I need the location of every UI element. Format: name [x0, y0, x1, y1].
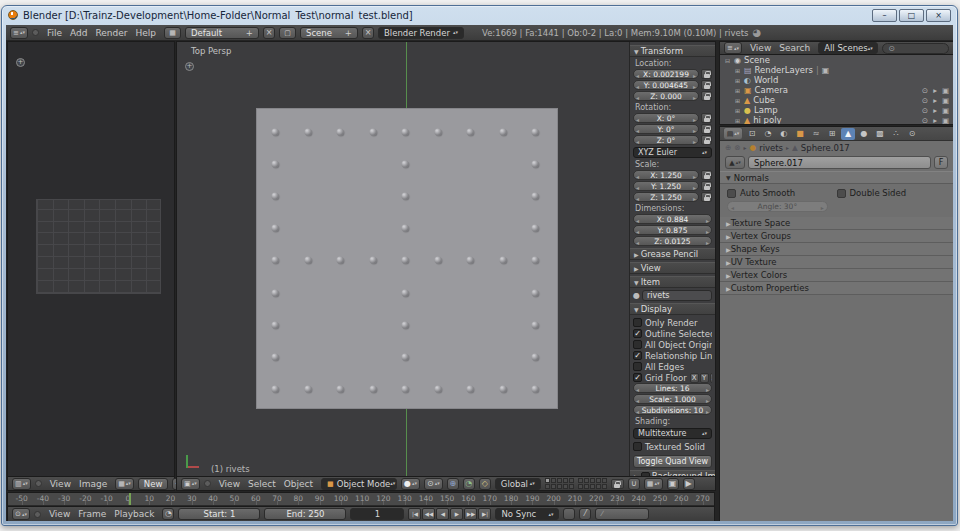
- lock-to-scene-icon[interactable]: [611, 479, 624, 489]
- layer-cell[interactable]: [578, 484, 583, 489]
- relationship-lines-checkbox[interactable]: ✓: [633, 351, 642, 360]
- view3d-menu-view[interactable]: View: [215, 479, 244, 489]
- layer-cell[interactable]: [569, 484, 574, 489]
- region-plus-icon[interactable]: +: [185, 62, 194, 71]
- timeline-menu-playback[interactable]: Playback: [110, 509, 158, 519]
- panel-header-uv-texture[interactable]: UV Texture: [720, 256, 953, 269]
- expander-icon[interactable]: ⊞: [734, 77, 741, 84]
- outliner-search-field[interactable]: ⊙: [882, 43, 949, 54]
- layer-cell[interactable]: [569, 478, 574, 483]
- header-collapse-icon[interactable]: [32, 29, 39, 36]
- mesh-data-icon[interactable]: ▲▴▾: [725, 156, 745, 169]
- outliner-item-scene[interactable]: ⊟◉Scene: [720, 55, 953, 65]
- outliner-item-camera[interactable]: ⊞▣Camera⊙▸▣: [720, 85, 953, 95]
- location-slider-1[interactable]: ◂Y: 0.004645▸: [633, 80, 699, 90]
- rotation-slider-0[interactable]: ◂X: 0°▸: [633, 113, 699, 123]
- header-collapse-icon[interactable]: [34, 511, 41, 518]
- tab-physics-icon[interactable]: ⊙: [905, 128, 919, 140]
- new-image-button[interactable]: New: [138, 478, 169, 490]
- layer-cell[interactable]: [590, 484, 595, 489]
- only-render-checkbox[interactable]: [633, 318, 642, 327]
- layer-buttons[interactable]: [545, 478, 607, 489]
- expander-icon[interactable]: ⊟: [724, 57, 731, 64]
- image-browse-icon[interactable]: ▦▴▾: [115, 478, 134, 490]
- grid-axis-x-button[interactable]: X: [690, 373, 699, 383]
- expander-icon[interactable]: ⊞: [734, 107, 741, 114]
- record-button[interactable]: [563, 508, 575, 520]
- all-edges-checkbox[interactable]: [633, 362, 642, 371]
- rivet-plane-mesh[interactable]: [256, 108, 558, 409]
- expander-icon[interactable]: ⊞: [734, 87, 741, 94]
- manipulator-translate-icon[interactable]: ⊕: [447, 478, 459, 490]
- snap-magnet-icon[interactable]: ∪: [628, 478, 640, 490]
- scale-slider-2[interactable]: ◂Z: 1.250▸: [633, 192, 699, 202]
- expander-icon[interactable]: ⊞: [734, 117, 741, 124]
- manipulator-rotate-icon[interactable]: ◔: [463, 478, 475, 490]
- properties-editor-type-icon[interactable]: ▤▴▾: [723, 127, 743, 140]
- dimension-slider-2[interactable]: ◂Z: 0.0125▸: [633, 236, 712, 246]
- selectability-icon[interactable]: ▸: [933, 106, 937, 115]
- outliner-menu-search[interactable]: Search: [775, 43, 814, 53]
- header-collapse-icon[interactable]: [204, 480, 211, 487]
- play-reverse-button[interactable]: ◀: [436, 508, 449, 520]
- tab-object-data-icon[interactable]: ▲: [841, 128, 855, 140]
- timeline-ruler[interactable]: -50-40-30-20-100102030405060708090100110…: [8, 493, 714, 506]
- render-opengl-anim-icon[interactable]: ▶: [683, 478, 695, 490]
- layer-cell[interactable]: [578, 478, 583, 483]
- tab-world-icon[interactable]: ◐: [777, 128, 791, 140]
- render-opengl-icon[interactable]: ▣: [667, 478, 679, 490]
- layer-cell[interactable]: [596, 478, 601, 483]
- selectability-icon[interactable]: ▸: [933, 116, 937, 125]
- viewport-shading-dropdown[interactable]: ●▴▾: [401, 478, 420, 490]
- layer-cell[interactable]: [602, 478, 607, 483]
- rotation-lock-icon-2[interactable]: [701, 135, 712, 145]
- panel-header-texture-space[interactable]: Texture Space: [720, 217, 953, 230]
- expander-icon[interactable]: ⊞: [734, 97, 741, 104]
- visibility-icon[interactable]: ⊙: [922, 106, 928, 115]
- scale-lock-icon-0[interactable]: [701, 170, 712, 180]
- editor-type-icon[interactable]: ≡▴▾: [10, 27, 28, 39]
- tab-scene-icon[interactable]: ◔: [761, 128, 775, 140]
- jump-to-end-button[interactable]: ▶|: [478, 508, 491, 520]
- outliner-item-world[interactable]: ⊞◐World: [720, 75, 953, 85]
- current-frame-marker[interactable]: [129, 493, 131, 505]
- double-sided-checkbox[interactable]: [837, 189, 846, 198]
- display-slider-1[interactable]: ◂Scale: 1.000▸: [633, 394, 712, 404]
- layer-cell[interactable]: [584, 484, 589, 489]
- renderability-icon[interactable]: ▣: [942, 116, 949, 125]
- tab-constraints-icon[interactable]: ≈: [809, 128, 823, 140]
- renderability-icon[interactable]: ▣: [942, 96, 949, 105]
- scale-slider-1[interactable]: ◂Y: 1.250▸: [633, 181, 699, 191]
- previous-keyframe-button[interactable]: ◀◀: [422, 508, 435, 520]
- render-engine-dropdown[interactable]: Blender Render▴▾: [378, 27, 464, 39]
- outliner-editor-type-icon[interactable]: ≡▴▾: [724, 42, 742, 54]
- current-frame-field[interactable]: 1: [350, 508, 404, 520]
- screen-layout-icon[interactable]: ▦: [164, 27, 181, 39]
- location-lock-icon-2[interactable]: [701, 91, 712, 101]
- view3d-editor-type-icon[interactable]: ▣▴▾: [181, 478, 200, 490]
- display-slider-2[interactable]: ◂Subdivisions: 10▸: [633, 405, 712, 415]
- breadcrumb-object[interactable]: rivets: [759, 143, 783, 153]
- display-panel-header[interactable]: Display: [630, 303, 715, 315]
- info-menu-render[interactable]: Render: [91, 28, 131, 38]
- minimize-button[interactable]: –: [872, 9, 897, 22]
- tab-texture-icon[interactable]: ▩: [873, 128, 887, 140]
- next-keyframe-button[interactable]: ▶▶: [464, 508, 477, 520]
- info-menu-help[interactable]: Help: [131, 28, 160, 38]
- image-editor-menu-image[interactable]: Image: [75, 479, 111, 489]
- rotation-slider-2[interactable]: ◂Z: 0°▸: [633, 135, 699, 145]
- layer-cell[interactable]: [557, 484, 562, 489]
- viewport-canvas[interactable]: Top Persp + (1) rivets: [177, 42, 629, 476]
- breadcrumb-data[interactable]: Sphere.017: [801, 143, 850, 153]
- tab-render-icon[interactable]: ⊡: [745, 128, 759, 140]
- tab-object-icon[interactable]: ■: [793, 128, 807, 140]
- auto-smooth-angle-slider[interactable]: ◂Angle: 30°▸: [727, 201, 828, 212]
- keying-set-icon[interactable]: ⁄: [579, 508, 591, 520]
- view3d-menu-select[interactable]: Select: [244, 479, 280, 489]
- outliner[interactable]: ≡▴▾ ViewSearch All Scenes▴▾ ⊙ ⊟◉Scene⊞▤R…: [719, 41, 953, 125]
- panel-header-custom-properties[interactable]: Custom Properties: [720, 282, 953, 295]
- layer-cell[interactable]: [551, 484, 556, 489]
- keying-set-field[interactable]: ⁄: [595, 508, 649, 520]
- selectability-icon[interactable]: ▸: [933, 86, 937, 95]
- transform-orientation-dropdown[interactable]: Global▴▾: [495, 478, 541, 490]
